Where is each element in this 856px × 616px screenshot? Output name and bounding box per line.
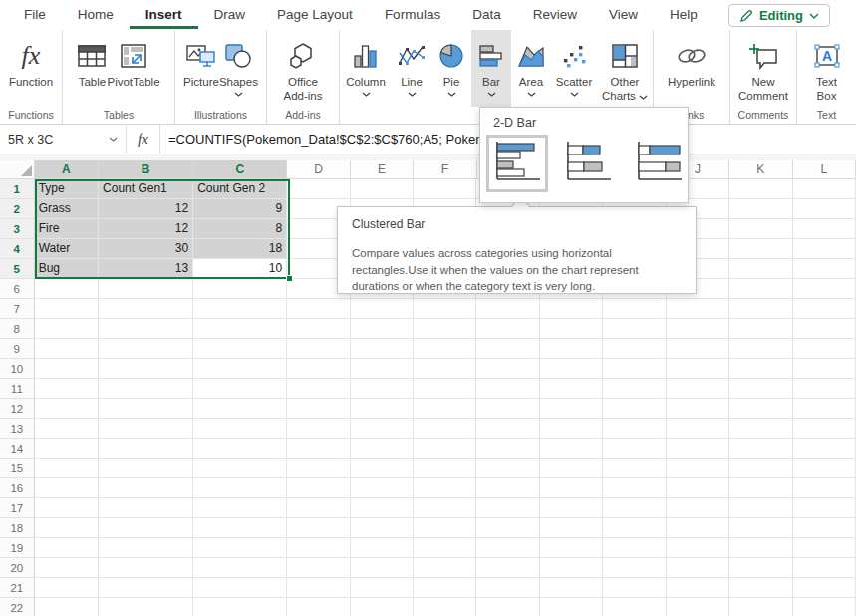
cell-E1[interactable]	[351, 179, 414, 199]
cell-G20[interactable]	[476, 558, 539, 578]
cell-B19[interactable]	[99, 538, 193, 558]
cell-D10[interactable]	[287, 359, 350, 379]
cell-A22[interactable]	[35, 598, 99, 616]
row-header-18[interactable]: 18	[0, 518, 35, 538]
cell-G7[interactable]	[476, 299, 539, 319]
cell-L20[interactable]	[793, 558, 856, 578]
cell-C7[interactable]	[193, 299, 287, 319]
cell-L6[interactable]	[793, 279, 856, 299]
cell-F13[interactable]	[414, 419, 476, 439]
column-header-F[interactable]: F	[414, 160, 476, 179]
cell-D8[interactable]	[287, 319, 350, 339]
cell-D11[interactable]	[287, 379, 350, 399]
cell-I20[interactable]	[603, 558, 666, 578]
cell-F7[interactable]	[414, 299, 476, 319]
cell-L17[interactable]	[793, 498, 856, 518]
cell-F15[interactable]	[414, 459, 476, 478]
cell-C18[interactable]	[193, 518, 287, 538]
cell-D16[interactable]	[287, 478, 350, 498]
cell-G9[interactable]	[476, 339, 539, 359]
cell-L2[interactable]	[793, 199, 856, 219]
cell-B7[interactable]	[99, 299, 193, 319]
cell-H15[interactable]	[540, 459, 603, 478]
name-box[interactable]: 5R x 3C	[0, 125, 127, 154]
cell-I21[interactable]	[603, 578, 666, 598]
cell-L9[interactable]	[793, 339, 856, 359]
cell-H9[interactable]	[540, 339, 603, 359]
cell-I19[interactable]	[603, 538, 666, 558]
cell-F14[interactable]	[414, 439, 476, 459]
cell-A20[interactable]	[35, 558, 99, 578]
cell-J19[interactable]	[667, 538, 729, 558]
row-header-7[interactable]: 7	[0, 299, 35, 319]
cell-K4[interactable]	[729, 239, 792, 259]
tab-help[interactable]: Help	[654, 1, 713, 29]
cell-C20[interactable]	[193, 558, 287, 578]
cell-I14[interactable]	[603, 439, 666, 459]
cell-K9[interactable]	[729, 339, 792, 359]
cell-L21[interactable]	[793, 578, 856, 598]
cell-B18[interactable]	[99, 518, 193, 538]
cell-F10[interactable]	[414, 359, 476, 379]
tab-file[interactable]: File	[8, 1, 62, 29]
cell-B14[interactable]	[99, 439, 193, 459]
cell-C19[interactable]	[193, 538, 287, 558]
cell-A5[interactable]: Bug	[35, 259, 99, 279]
cell-B22[interactable]	[99, 598, 193, 616]
cell-C14[interactable]	[193, 439, 287, 459]
cell-E14[interactable]	[351, 439, 414, 459]
cell-I11[interactable]	[603, 379, 666, 399]
tab-data[interactable]: Data	[456, 1, 517, 29]
cell-F8[interactable]	[414, 319, 476, 339]
cell-F12[interactable]	[414, 399, 476, 419]
cell-J20[interactable]	[667, 558, 729, 578]
cell-F9[interactable]	[414, 339, 476, 359]
row-header-4[interactable]: 4	[0, 239, 35, 259]
cell-L11[interactable]	[793, 379, 856, 399]
row-header-5[interactable]: 5	[0, 259, 35, 279]
cell-G19[interactable]	[476, 538, 539, 558]
cell-C16[interactable]	[193, 478, 287, 498]
pivottable-button[interactable]: PivotTable	[107, 30, 159, 107]
cell-H10[interactable]	[540, 359, 603, 379]
cell-H13[interactable]	[540, 419, 603, 439]
picture-button[interactable]: Picture	[183, 30, 219, 107]
cell-J14[interactable]	[667, 439, 729, 459]
row-header-11[interactable]: 11	[0, 379, 35, 399]
cell-F22[interactable]	[414, 598, 476, 616]
cell-G16[interactable]	[476, 478, 539, 498]
cell-E8[interactable]	[351, 319, 414, 339]
function-button[interactable]: fx Function	[9, 30, 53, 107]
cell-I18[interactable]	[603, 518, 666, 538]
cell-C8[interactable]	[193, 319, 287, 339]
cell-F1[interactable]	[414, 179, 476, 199]
cell-G8[interactable]	[476, 319, 539, 339]
cell-G17[interactable]	[476, 498, 539, 518]
cell-D18[interactable]	[287, 518, 350, 538]
cell-L16[interactable]	[793, 478, 856, 498]
tab-view[interactable]: View	[593, 1, 654, 29]
cell-H11[interactable]	[540, 379, 603, 399]
other-charts-button[interactable]: Other Charts	[597, 30, 653, 107]
column-header-B[interactable]: B	[99, 160, 193, 179]
cell-C5[interactable]: 10	[193, 259, 287, 279]
cell-F11[interactable]	[414, 379, 476, 399]
cell-C12[interactable]	[193, 399, 287, 419]
area-chart-button[interactable]: Area	[511, 30, 551, 107]
cell-J8[interactable]	[667, 319, 729, 339]
cell-K22[interactable]	[729, 598, 792, 616]
cell-F18[interactable]	[414, 518, 476, 538]
cell-A14[interactable]	[35, 439, 99, 459]
tab-home[interactable]: Home	[62, 1, 130, 29]
cell-L19[interactable]	[793, 538, 856, 558]
cell-L8[interactable]	[793, 319, 856, 339]
cell-E20[interactable]	[351, 558, 414, 578]
cell-H17[interactable]	[540, 498, 603, 518]
cell-B20[interactable]	[99, 558, 193, 578]
cell-A9[interactable]	[35, 339, 99, 359]
cell-K5[interactable]	[729, 259, 792, 279]
chart-option-stacked-bar[interactable]	[557, 135, 619, 192]
cell-B2[interactable]: 12	[99, 199, 193, 219]
cell-C1[interactable]: Count Gen 2	[193, 179, 287, 199]
cell-K18[interactable]	[729, 518, 792, 538]
